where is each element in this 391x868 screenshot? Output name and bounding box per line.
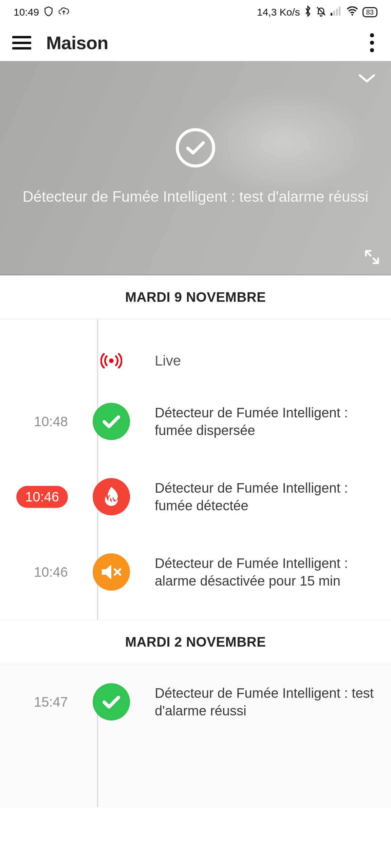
page-title: Maison: [46, 32, 350, 53]
svg-rect-3: [339, 7, 340, 16]
check-icon: [93, 403, 130, 440]
mute-icon: [93, 553, 130, 591]
timeline-item[interactable]: 10:46 Détecteur de Fumée Intelligent : f…: [0, 459, 391, 534]
time-label: 15:47: [0, 694, 68, 710]
status-data-rate: 14,3 Ko/s: [257, 6, 300, 18]
status-bar-right: 14,3 Ko/s: [257, 5, 377, 19]
event-message: Live: [155, 352, 376, 370]
hero-banner: Détecteur de Fumée Intelligent : test d'…: [0, 61, 391, 275]
svg-point-4: [351, 14, 353, 16]
timeline-item[interactable]: 10:46 Détecteur de Fumée Intelligent : a…: [0, 534, 391, 610]
overflow-menu-button[interactable]: [365, 33, 379, 52]
status-time: 10:49: [14, 6, 39, 18]
app-header: Maison: [0, 24, 391, 61]
status-bar: 10:49 14,3 Ko/s: [0, 0, 391, 24]
time-label: 10:48: [0, 414, 68, 429]
shield-icon: [44, 6, 53, 19]
date-heading: MARDI 9 NOVEMBRE: [0, 275, 391, 319]
svg-rect-1: [333, 11, 335, 16]
menu-button[interactable]: [12, 36, 31, 50]
wifi-icon: [346, 6, 358, 18]
flame-icon: [93, 478, 130, 515]
date-heading: MARDI 2 NOVEMBRE: [0, 620, 391, 664]
bluetooth-icon: [304, 5, 312, 19]
event-message: Détecteur de Fumée Intelligent : fumée d…: [155, 404, 376, 439]
time-label: 10:46: [0, 486, 68, 508]
status-check-icon: [176, 128, 215, 167]
alarm-off-icon: [316, 6, 327, 19]
timeline-item[interactable]: 15:47 Détecteur de Fumée Intelligent : t…: [0, 664, 391, 739]
timeline-item[interactable]: 10:48 Détecteur de Fumée Intelligent : f…: [0, 384, 391, 459]
event-message: Détecteur de Fumée Intelligent : fumée d…: [155, 479, 376, 514]
svg-rect-2: [336, 9, 338, 16]
timeline: Live 10:48 Détecteur de Fumée Intelligen…: [0, 319, 391, 620]
cloud-upload-icon: [58, 6, 70, 18]
cell-signal-icon: [331, 6, 342, 18]
hero-message: Détecteur de Fumée Intelligent : test d'…: [2, 186, 389, 208]
check-icon: [93, 683, 130, 721]
time-pill: 10:46: [16, 486, 68, 508]
battery-level: 83: [366, 8, 374, 16]
timeline: 15:47 Détecteur de Fumée Intelligent : t…: [0, 664, 391, 807]
collapse-button[interactable]: [358, 73, 376, 85]
fullscreen-button[interactable]: [365, 250, 379, 266]
timeline-item-live[interactable]: Live: [0, 319, 391, 384]
battery-indicator: 83: [362, 7, 377, 17]
live-icon: [100, 350, 122, 372]
svg-rect-0: [331, 13, 332, 16]
status-bar-left: 10:49: [14, 6, 70, 19]
event-message: Détecteur de Fumée Intelligent : alarme …: [155, 554, 376, 590]
event-message: Détecteur de Fumée Intelligent : test d'…: [155, 684, 376, 719]
svg-point-5: [109, 358, 113, 363]
time-label: 10:46: [0, 565, 68, 580]
